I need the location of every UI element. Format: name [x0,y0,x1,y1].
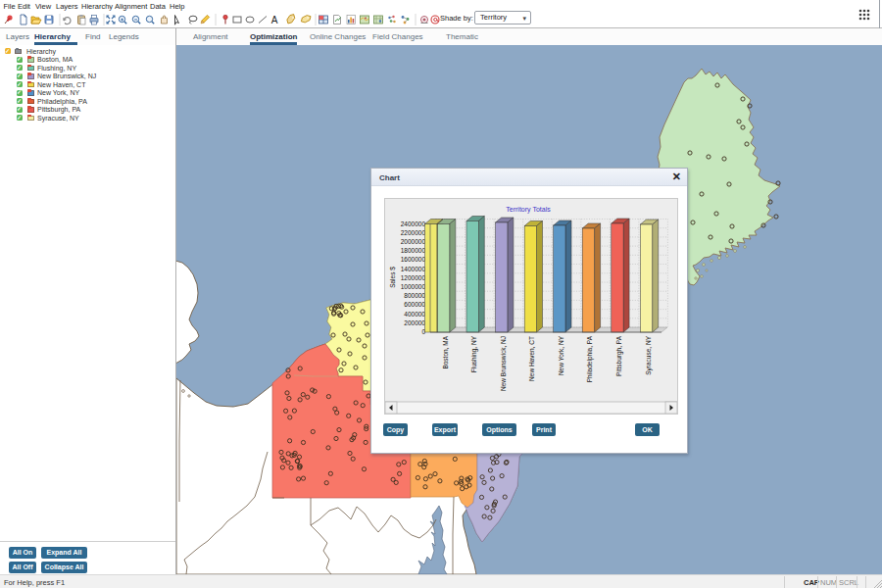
svg-text:Pittsburgh, PA: Pittsburgh, PA [615,335,623,376]
svg-text:2400000: 2400000 [401,220,426,227]
svg-text:2000000: 2000000 [401,238,426,245]
svg-text:New Haven, CT: New Haven, CT [528,336,535,381]
svg-text:1000000: 1000000 [401,283,426,290]
svg-text:2200000: 2200000 [401,229,426,236]
svg-text:600000: 600000 [404,301,425,308]
svg-text:New York, NY: New York, NY [558,335,564,375]
svg-text:New Brunswick, NJ: New Brunswick, NJ [500,336,507,391]
svg-text:Territory Totals: Territory Totals [506,206,551,214]
svg-text:1800000: 1800000 [401,247,426,254]
svg-text:1600000: 1600000 [401,256,426,263]
svg-text:400000: 400000 [404,311,425,318]
svg-text:200000: 200000 [404,319,425,326]
svg-text:1200000: 1200000 [401,274,426,281]
svg-text:A: A [271,15,278,25]
svg-text:Sales $: Sales $ [389,267,396,288]
svg-text:Flushing, NY: Flushing, NY [470,335,478,372]
svg-text:Syracuse, NY: Syracuse, NY [645,335,653,374]
svg-text:800000: 800000 [404,292,425,299]
svg-text:Boston, MA: Boston, MA [442,335,449,368]
svg-text:1400000: 1400000 [401,266,426,272]
svg-text:Philadelphia, PA: Philadelphia, PA [586,335,594,382]
